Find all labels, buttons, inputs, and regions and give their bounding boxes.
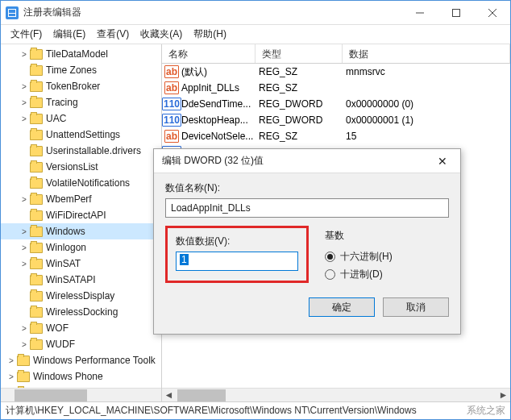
radio-hex[interactable]: 十六进制(H) [325, 247, 393, 265]
folder-icon [30, 323, 43, 334]
tree-item-label: WiFiDirectAPI [46, 210, 106, 221]
menu-edit[interactable]: 编辑(E) [48, 26, 90, 43]
expander-icon[interactable]: > [19, 50, 30, 59]
folder-icon [30, 243, 43, 253]
value-row[interactable]: 110DdeSendTime...REG_DWORD0x00000000 (0) [162, 96, 510, 112]
tree-item[interactable]: Userinstallable.drivers [1, 143, 161, 159]
dialog-close-button[interactable]: ✕ [433, 155, 452, 168]
value-row[interactable]: abAppInit_DLLsREG_SZ [162, 80, 510, 96]
expander-icon[interactable]: > [19, 260, 30, 268]
tree-item-label: Userinstallable.drivers [46, 145, 141, 156]
tree-item[interactable]: >WbemPerf [1, 191, 161, 207]
value-type: REG_SZ [256, 66, 343, 77]
folder-icon [30, 210, 43, 221]
value-data: 0x00000001 (1) [343, 114, 510, 126]
list-hscrollbar[interactable]: ◄ ► [162, 388, 510, 401]
tree-item-label: Windows [46, 226, 85, 237]
expander-icon[interactable]: > [19, 114, 30, 123]
menu-favorites[interactable]: 收藏夹(A) [135, 26, 187, 43]
radio-dec-label: 十进制(D) [340, 268, 383, 281]
folder-icon [30, 65, 43, 76]
tree-item[interactable]: >Windows [1, 223, 161, 239]
value-data-highlight: 数值数据(V): 1 [165, 226, 309, 283]
expander-icon[interactable]: > [19, 98, 30, 107]
tree-item[interactable]: WirelessDocking [1, 304, 161, 320]
tree-item[interactable]: WinSATAPI [1, 272, 161, 288]
scroll-right-icon[interactable]: ► [496, 389, 510, 401]
col-data[interactable]: 数据 [343, 44, 510, 63]
value-name: DdeSendTime... [181, 98, 251, 110]
tree-item[interactable]: UnattendSettings [1, 127, 161, 143]
scroll-thumb[interactable] [15, 389, 87, 401]
cancel-button[interactable]: 取消 [383, 297, 449, 317]
expander-icon[interactable]: > [19, 82, 30, 91]
value-data-label: 数值数据(V): [176, 235, 298, 248]
tree-item-label: Windows Phone [33, 371, 103, 382]
tree-pane[interactable]: >TileDataModelTime Zones>TokenBroker>Tra… [1, 44, 162, 401]
value-row[interactable]: ab(默认)REG_SZmnmsrvc [162, 64, 510, 80]
tree-item[interactable]: WiFiDirectAPI [1, 207, 161, 223]
folder-icon [30, 307, 43, 318]
expander-icon[interactable]: > [19, 243, 30, 252]
list-header: 名称 类型 数据 [162, 44, 510, 64]
close-button[interactable] [474, 1, 510, 24]
ok-button[interactable]: 确定 [309, 297, 375, 317]
app-icon [6, 6, 19, 19]
radio-dec[interactable]: 十进制(D) [325, 265, 393, 283]
value-row[interactable]: 110DesktopHeap...REG_DWORD0x00000001 (1) [162, 112, 510, 128]
value-type: REG_SZ [256, 82, 343, 94]
menu-help[interactable]: 帮助(H) [189, 26, 231, 43]
tree-item[interactable]: >Tracing [1, 94, 161, 110]
registry-editor-window: 注册表编辑器 文件(F) 编辑(E) 查看(V) 收藏夹(A) 帮助(H) >T… [0, 0, 511, 420]
tree-item-label: WinSATAPI [46, 274, 96, 285]
folder-icon [17, 388, 30, 389]
value-data: 0x00000000 (0) [343, 98, 510, 110]
tree-hscrollbar[interactable] [1, 388, 161, 401]
value-name-input[interactable] [165, 198, 449, 218]
expander-icon[interactable]: > [19, 195, 30, 204]
tree-item[interactable]: VolatileNotifications [1, 175, 161, 191]
value-row[interactable]: abDeviceNotSele...REG_SZ15 [162, 128, 510, 144]
tree-item[interactable]: >Winlogon [1, 239, 161, 256]
expander-icon[interactable]: > [6, 372, 17, 381]
tree-item-label: Windows Performance Toolk [33, 355, 156, 366]
tree-item[interactable]: >Windows Phone [1, 368, 161, 385]
menu-view[interactable]: 查看(V) [92, 26, 134, 43]
expander-icon[interactable]: > [6, 356, 17, 365]
tree-item-label: VolatileNotifications [46, 177, 130, 189]
tree-item[interactable]: >UAC [1, 110, 161, 127]
col-name[interactable]: 名称 [162, 44, 256, 63]
dialog-title: 编辑 DWORD (32 位)值 [162, 154, 433, 168]
minimize-button[interactable] [401, 1, 438, 24]
dialog-titlebar[interactable]: 编辑 DWORD (32 位)值 ✕ [154, 149, 460, 173]
titlebar[interactable]: 注册表编辑器 [1, 1, 510, 25]
tree-item[interactable]: VersionsList [1, 159, 161, 175]
expander-icon[interactable]: > [19, 340, 30, 349]
statusbar: 计算机\HKEY_LOCAL_MACHINE\SOFTWARE\Microsof… [1, 401, 510, 419]
value-name: (默认) [181, 65, 207, 79]
tree-item[interactable]: >TokenBroker [1, 78, 161, 94]
expander-icon[interactable]: > [19, 227, 30, 236]
scroll-thumb[interactable] [177, 389, 226, 401]
scroll-left-icon[interactable]: ◄ [162, 389, 176, 401]
tree-item-label: WOF [46, 322, 69, 334]
tree-item-label: Winlogon [46, 242, 86, 253]
folder-icon [17, 372, 30, 382]
expander-icon[interactable]: > [19, 324, 30, 333]
value-data: mnmsrvc [343, 66, 510, 77]
tree-item[interactable]: WirelessDisplay [1, 288, 161, 304]
maximize-button[interactable] [438, 1, 474, 24]
folder-icon [30, 227, 43, 237]
folder-icon [30, 291, 43, 301]
tree-item[interactable]: >Windows Performance Toolk [1, 352, 161, 368]
value-data-input[interactable]: 1 [176, 252, 298, 271]
tree-item[interactable]: >WinSAT [1, 256, 161, 272]
tree-item[interactable]: >WUDF [1, 336, 161, 352]
tree-item[interactable]: Time Zones [1, 62, 161, 78]
col-type[interactable]: 类型 [256, 44, 343, 63]
tree-item-label: Tracing [46, 97, 78, 108]
tree-item[interactable]: >WOF [1, 320, 161, 336]
menu-file[interactable]: 文件(F) [6, 26, 47, 43]
tree-item[interactable]: >TileDataModel [1, 46, 161, 62]
folder-icon [30, 275, 43, 285]
